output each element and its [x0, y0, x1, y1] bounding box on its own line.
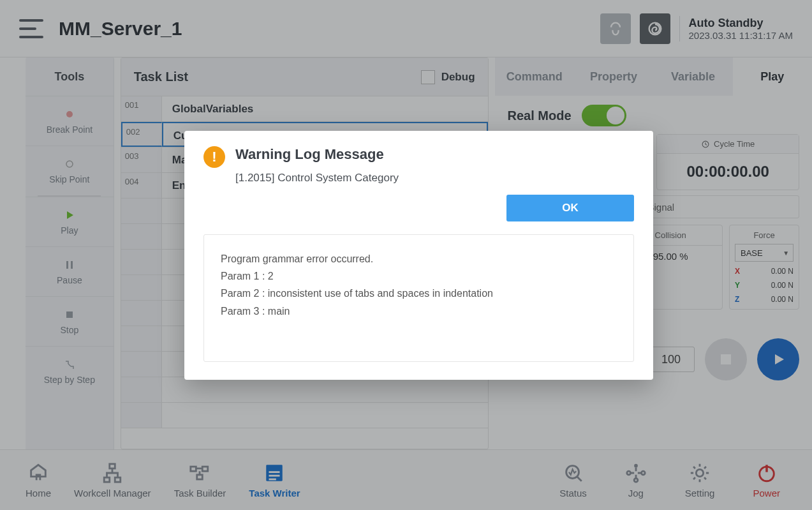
app-root: MM_Server_1 Auto Standby 2023.03.31 11:3… [0, 0, 812, 510]
warning-icon: ! [203, 146, 225, 168]
modal-line: Param 1 : 2 [221, 267, 617, 285]
modal-subtitle: [1.2015] Control System Category [235, 172, 634, 184]
modal-line: Param 3 : main [221, 303, 617, 320]
modal-body: Program grammar error occurred.Param 1 :… [203, 234, 634, 362]
warning-modal: ! Warning Log Message [1.2015] Control S… [184, 131, 653, 380]
modal-line: Program grammar error occurred. [221, 250, 617, 267]
ok-button[interactable]: OK [506, 195, 634, 221]
modal-line: Param 2 : inconsistent use of tabs and s… [221, 285, 617, 302]
modal-title: Warning Log Message [235, 146, 634, 163]
